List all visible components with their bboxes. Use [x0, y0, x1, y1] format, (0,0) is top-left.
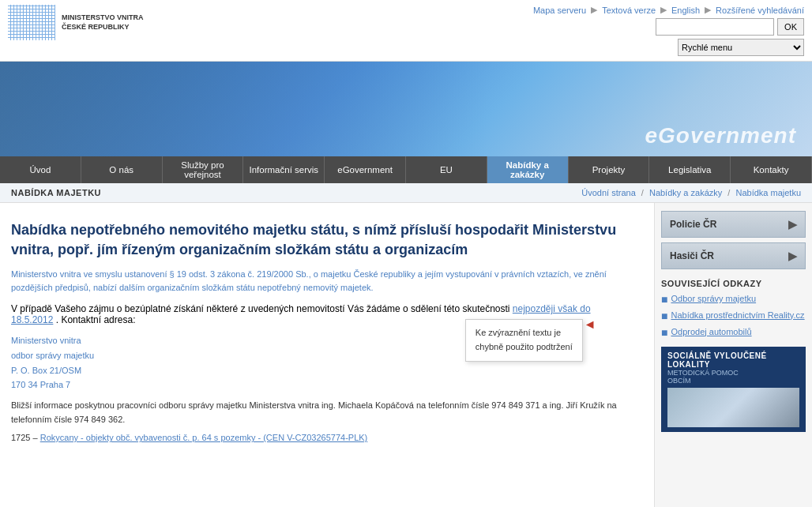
- nav-nabidky[interactable]: Nabídky a zakázky: [487, 156, 569, 183]
- sidebar-banner-title: SOCIÁLNĚ VYLOUČENÉ LOKALITY: [667, 351, 799, 369]
- nav-legislativa[interactable]: Legislativa: [649, 156, 731, 183]
- nav-eu[interactable]: EU: [406, 156, 487, 183]
- listing-item-1: 1725 – Rokycany - objekty obč. vybavenos…: [11, 433, 643, 442]
- article-title: Nabídka nepotřebného nemovitého majetku …: [11, 220, 643, 260]
- nav-sluzby[interactable]: Služby pro veřejnost: [163, 156, 244, 183]
- body1-link[interactable]: nejpozději však do: [513, 303, 591, 314]
- sidebar-link-reality[interactable]: Nabídka prostřednictvím Reality.cz: [671, 310, 804, 321]
- hasici-label: Hasiči ČR: [670, 250, 714, 261]
- policie-btn[interactable]: Policie ČR ▶: [661, 211, 806, 238]
- mapa-serveru-link[interactable]: Mapa serveru: [533, 6, 586, 15]
- bullet-icon-1: ■: [661, 293, 667, 306]
- search-input[interactable]: [656, 18, 774, 36]
- sidebar-banner-image: [667, 388, 799, 427]
- hasici-btn[interactable]: Hasiči ČR ▶: [661, 242, 806, 269]
- page-title: NABÍDKA MAJETKU: [11, 188, 101, 197]
- english-link[interactable]: English: [671, 6, 700, 15]
- sidebar: Policie ČR ▶ Hasiči ČR ▶ SOUVISEJÍCÍ ODK…: [654, 203, 812, 507]
- breadcrumb-nabidky[interactable]: Nabídky a zakázky: [649, 188, 722, 197]
- bullet-icon-3: ■: [661, 326, 667, 340]
- banner-text: eGovernment: [630, 115, 813, 156]
- main-content: Nabídka nepotřebného nemovitého majetku …: [0, 203, 654, 507]
- listing-link-1[interactable]: Rokycany - objekty obč. vybavenosti č. p…: [40, 433, 368, 442]
- breadcrumb-current: Nabídka majetku: [735, 188, 801, 197]
- address-line-3: P. O. Box 21/OSM: [11, 363, 643, 378]
- nav-kontakty[interactable]: Kontakty: [731, 156, 812, 183]
- logo-text: MINISTERSTVO VNITRA ČESKÉ REPUBLIKY: [62, 13, 144, 32]
- body1-text: V případě Vašeho zájmu o bezúplatné získ…: [11, 303, 509, 314]
- listing-sep: –: [33, 433, 40, 442]
- top-links: Mapa serveru ▶ Textová verze ▶ English ▶…: [533, 5, 804, 15]
- nav-uvod[interactable]: Úvod: [0, 156, 81, 183]
- sidebar-link-1: ■ Odbor správy majetku: [661, 293, 806, 306]
- banner: eGovernment: [0, 62, 812, 156]
- quick-menu-row: Rychlé menu: [678, 39, 804, 56]
- textova-verze-link[interactable]: Textová verze: [602, 6, 656, 15]
- article-body1: V případě Vašeho zájmu o bezúplatné získ…: [11, 303, 643, 314]
- date-link[interactable]: 18.5.2012: [11, 314, 53, 325]
- banner-keyboard: [0, 62, 487, 156]
- content-wrapper: Nabídka nepotřebného nemovitého majetku …: [0, 203, 812, 507]
- article-info: Bližší informace poskytnou pracovníci od…: [11, 399, 643, 426]
- nav-projekty[interactable]: Projekty: [569, 156, 650, 183]
- sidebar-link-2: ■ Nabídka prostřednictvím Reality.cz: [661, 310, 806, 323]
- hasici-arrow-icon: ▶: [788, 250, 797, 262]
- listing-num: 1725: [11, 433, 30, 442]
- tooltip-container: nejpozději však do Ke zvýraznění textu j…: [513, 303, 591, 314]
- quick-menu-select[interactable]: Rychlé menu: [678, 39, 804, 56]
- policie-arrow-icon: ▶: [788, 218, 797, 231]
- search-button[interactable]: OK: [777, 18, 804, 36]
- tooltip-popup: Ke zvýraznění textu je chybně použito po…: [465, 319, 583, 361]
- breadcrumb: Úvodní strana / Nabídky a zakázky / Nabí…: [581, 188, 801, 197]
- article-intro: Ministerstvo vnitra ve smyslu ustanovení…: [11, 268, 643, 294]
- address-line-4: 170 34 Praha 7: [11, 377, 643, 392]
- top-nav-search: Mapa serveru ▶ Textová verze ▶ English ▶…: [533, 5, 804, 56]
- main-navigation: Úvod O nás Služby pro veřejnost Informač…: [0, 156, 812, 183]
- sidebar-banner: SOCIÁLNĚ VYLOUČENÉ LOKALITY METODICKÁ PO…: [661, 347, 806, 432]
- header: MINISTERSTVO VNITRA ČESKÉ REPUBLIKY Mapa…: [0, 0, 812, 62]
- related-links-title: SOUVISEJÍCÍ ODKAZY: [661, 279, 806, 288]
- breadcrumb-home[interactable]: Úvodní strana: [581, 188, 635, 197]
- logo-area: MINISTERSTVO VNITRA ČESKÉ REPUBLIKY: [8, 5, 144, 40]
- sidebar-link-odprodej[interactable]: Odprodej automobilů: [671, 326, 751, 338]
- rozsirene-link[interactable]: Rozšířené vyhledávání: [716, 6, 804, 15]
- sidebar-link-odbor[interactable]: Odbor správy majetku: [671, 293, 756, 305]
- nav-informacni[interactable]: Informační servis: [243, 156, 325, 183]
- policie-label: Policie ČR: [670, 219, 716, 230]
- logo-dots: [8, 5, 55, 40]
- body1-end: . Kontaktní adresa:: [56, 314, 136, 325]
- bullet-icon-2: ■: [661, 310, 667, 323]
- tooltip-arrow-icon: ◄: [584, 317, 596, 332]
- sidebar-link-3: ■ Odprodej automobilů: [661, 326, 806, 340]
- article-section-body1: V případě Vašeho zájmu o bezúplatné získ…: [11, 303, 643, 325]
- nav-egovernment[interactable]: eGovernment: [325, 156, 406, 183]
- sidebar-banner-sub: METODICKÁ POMOC OBCÍM: [667, 369, 799, 385]
- search-row: OK: [656, 18, 804, 36]
- breadcrumb-bar: NABÍDKA MAJETKU Úvodní strana / Nabídky …: [0, 183, 812, 203]
- nav-onas[interactable]: O nás: [81, 156, 163, 183]
